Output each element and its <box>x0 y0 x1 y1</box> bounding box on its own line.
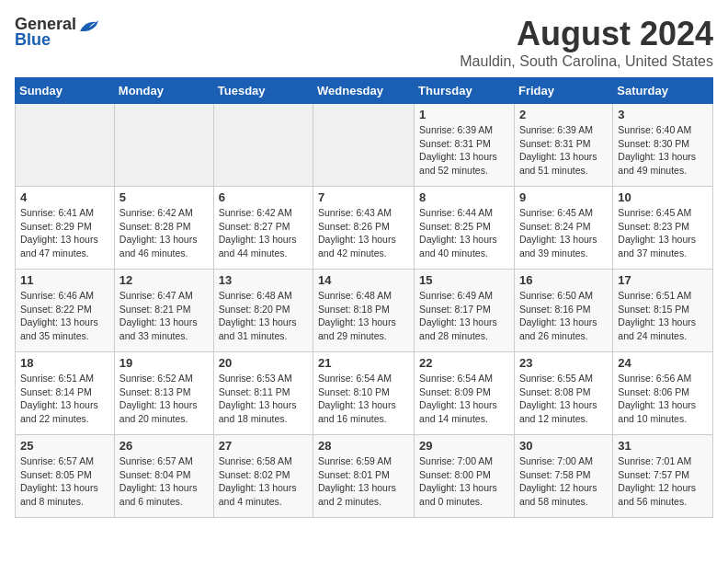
weekday-header: Monday <box>114 78 213 104</box>
calendar-cell: 9Sunrise: 6:45 AM Sunset: 8:24 PM Daylig… <box>514 187 612 270</box>
calendar-week-row: 11Sunrise: 6:46 AM Sunset: 8:22 PM Dayli… <box>16 270 713 352</box>
weekday-header: Tuesday <box>213 78 313 104</box>
day-number: 25 <box>20 439 109 453</box>
day-info: Sunrise: 6:45 AM Sunset: 8:23 PM Dayligh… <box>618 206 708 260</box>
calendar-cell: 7Sunrise: 6:43 AM Sunset: 8:26 PM Daylig… <box>313 187 415 270</box>
day-number: 18 <box>20 356 109 370</box>
day-number: 6 <box>219 190 308 204</box>
calendar-cell: 8Sunrise: 6:44 AM Sunset: 8:25 PM Daylig… <box>415 187 515 270</box>
day-info: Sunrise: 6:45 AM Sunset: 8:24 PM Dayligh… <box>519 206 608 260</box>
day-info: Sunrise: 6:42 AM Sunset: 8:27 PM Dayligh… <box>219 206 308 260</box>
calendar-cell: 5Sunrise: 6:42 AM Sunset: 8:28 PM Daylig… <box>114 187 213 270</box>
day-number: 12 <box>119 273 209 287</box>
day-info: Sunrise: 6:46 AM Sunset: 8:22 PM Dayligh… <box>20 289 109 343</box>
calendar-week-row: 1Sunrise: 6:39 AM Sunset: 8:31 PM Daylig… <box>16 104 713 187</box>
day-number: 5 <box>119 190 209 204</box>
calendar-cell: 20Sunrise: 6:53 AM Sunset: 8:11 PM Dayli… <box>213 352 313 435</box>
day-number: 24 <box>618 356 708 370</box>
weekday-header: Saturday <box>613 78 713 104</box>
day-info: Sunrise: 6:54 AM Sunset: 8:09 PM Dayligh… <box>419 372 509 426</box>
weekday-header: Sunday <box>16 78 115 104</box>
day-info: Sunrise: 6:57 AM Sunset: 8:04 PM Dayligh… <box>119 454 209 509</box>
calendar-week-row: 18Sunrise: 6:51 AM Sunset: 8:14 PM Dayli… <box>16 352 713 435</box>
calendar-cell: 23Sunrise: 6:55 AM Sunset: 8:08 PM Dayli… <box>514 352 612 435</box>
calendar-cell: 15Sunrise: 6:49 AM Sunset: 8:17 PM Dayli… <box>415 270 515 352</box>
day-number: 21 <box>318 356 409 370</box>
day-number: 13 <box>219 273 308 287</box>
day-number: 19 <box>119 356 209 370</box>
weekday-header: Thursday <box>415 78 515 104</box>
day-info: Sunrise: 6:58 AM Sunset: 8:02 PM Dayligh… <box>219 454 308 509</box>
calendar-table: SundayMondayTuesdayWednesdayThursdayFrid… <box>15 77 713 518</box>
calendar-cell: 14Sunrise: 6:48 AM Sunset: 8:18 PM Dayli… <box>313 270 415 352</box>
calendar-header-row: SundayMondayTuesdayWednesdayThursdayFrid… <box>16 78 713 104</box>
day-number: 2 <box>519 108 608 121</box>
month-year: August 2024 <box>460 15 713 53</box>
day-info: Sunrise: 6:43 AM Sunset: 8:26 PM Dayligh… <box>318 206 409 260</box>
logo-blue-text: Blue <box>15 30 51 50</box>
logo-bird-icon <box>78 18 98 33</box>
day-info: Sunrise: 7:00 AM Sunset: 8:00 PM Dayligh… <box>419 454 509 509</box>
calendar-cell: 26Sunrise: 6:57 AM Sunset: 8:04 PM Dayli… <box>114 435 213 518</box>
day-number: 23 <box>519 356 608 370</box>
calendar-cell: 4Sunrise: 6:41 AM Sunset: 8:29 PM Daylig… <box>16 187 115 270</box>
calendar-cell: 10Sunrise: 6:45 AM Sunset: 8:23 PM Dayli… <box>613 187 713 270</box>
day-info: Sunrise: 6:51 AM Sunset: 8:14 PM Dayligh… <box>20 372 109 426</box>
logo: General Blue <box>15 15 98 50</box>
calendar-cell: 29Sunrise: 7:00 AM Sunset: 8:00 PM Dayli… <box>415 435 515 518</box>
calendar-cell: 2Sunrise: 6:39 AM Sunset: 8:31 PM Daylig… <box>514 104 612 187</box>
day-info: Sunrise: 6:47 AM Sunset: 8:21 PM Dayligh… <box>119 289 209 343</box>
weekday-header: Wednesday <box>313 78 415 104</box>
calendar-cell: 28Sunrise: 6:59 AM Sunset: 8:01 PM Dayli… <box>313 435 415 518</box>
day-number: 29 <box>419 439 509 453</box>
day-number: 7 <box>318 190 409 204</box>
day-number: 28 <box>318 439 409 453</box>
calendar-cell: 18Sunrise: 6:51 AM Sunset: 8:14 PM Dayli… <box>16 352 115 435</box>
calendar-cell: 13Sunrise: 6:48 AM Sunset: 8:20 PM Dayli… <box>213 270 313 352</box>
calendar-cell: 12Sunrise: 6:47 AM Sunset: 8:21 PM Dayli… <box>114 270 213 352</box>
day-number: 8 <box>419 190 509 204</box>
calendar-cell: 3Sunrise: 6:40 AM Sunset: 8:30 PM Daylig… <box>613 104 713 187</box>
calendar-cell: 25Sunrise: 6:57 AM Sunset: 8:05 PM Dayli… <box>16 435 115 518</box>
calendar-cell: 17Sunrise: 6:51 AM Sunset: 8:15 PM Dayli… <box>613 270 713 352</box>
page-header: General Blue August 2024 Mauldin, South … <box>15 15 713 70</box>
calendar-cell: 30Sunrise: 7:00 AM Sunset: 7:58 PM Dayli… <box>514 435 612 518</box>
day-number: 22 <box>419 356 509 370</box>
calendar-cell <box>213 104 313 187</box>
weekday-header: Friday <box>514 78 612 104</box>
title-area: August 2024 Mauldin, South Carolina, Uni… <box>460 15 713 70</box>
calendar-week-row: 4Sunrise: 6:41 AM Sunset: 8:29 PM Daylig… <box>16 187 713 270</box>
day-info: Sunrise: 6:44 AM Sunset: 8:25 PM Dayligh… <box>419 206 509 260</box>
day-number: 27 <box>219 439 308 453</box>
location: Mauldin, South Carolina, United States <box>460 53 713 70</box>
day-info: Sunrise: 6:39 AM Sunset: 8:31 PM Dayligh… <box>519 123 608 178</box>
calendar-cell: 27Sunrise: 6:58 AM Sunset: 8:02 PM Dayli… <box>213 435 313 518</box>
day-info: Sunrise: 6:56 AM Sunset: 8:06 PM Dayligh… <box>618 372 708 426</box>
day-info: Sunrise: 6:42 AM Sunset: 8:28 PM Dayligh… <box>119 206 209 260</box>
calendar-week-row: 25Sunrise: 6:57 AM Sunset: 8:05 PM Dayli… <box>16 435 713 518</box>
day-number: 1 <box>419 108 509 121</box>
day-number: 11 <box>20 273 109 287</box>
day-info: Sunrise: 6:50 AM Sunset: 8:16 PM Dayligh… <box>519 289 608 343</box>
calendar-cell: 21Sunrise: 6:54 AM Sunset: 8:10 PM Dayli… <box>313 352 415 435</box>
day-info: Sunrise: 6:48 AM Sunset: 8:20 PM Dayligh… <box>219 289 308 343</box>
day-number: 9 <box>519 190 608 204</box>
day-info: Sunrise: 6:39 AM Sunset: 8:31 PM Dayligh… <box>419 123 509 178</box>
calendar-cell: 22Sunrise: 6:54 AM Sunset: 8:09 PM Dayli… <box>415 352 515 435</box>
calendar-cell: 31Sunrise: 7:01 AM Sunset: 7:57 PM Dayli… <box>613 435 713 518</box>
day-info: Sunrise: 6:55 AM Sunset: 8:08 PM Dayligh… <box>519 372 608 426</box>
calendar-cell: 1Sunrise: 6:39 AM Sunset: 8:31 PM Daylig… <box>415 104 515 187</box>
calendar-cell <box>313 104 415 187</box>
day-number: 10 <box>618 190 708 204</box>
calendar-cell: 16Sunrise: 6:50 AM Sunset: 8:16 PM Dayli… <box>514 270 612 352</box>
day-info: Sunrise: 7:00 AM Sunset: 7:58 PM Dayligh… <box>519 454 608 509</box>
day-info: Sunrise: 6:57 AM Sunset: 8:05 PM Dayligh… <box>20 454 109 509</box>
calendar-cell: 19Sunrise: 6:52 AM Sunset: 8:13 PM Dayli… <box>114 352 213 435</box>
day-info: Sunrise: 6:59 AM Sunset: 8:01 PM Dayligh… <box>318 454 409 509</box>
day-number: 26 <box>119 439 209 453</box>
day-info: Sunrise: 6:53 AM Sunset: 8:11 PM Dayligh… <box>219 372 308 426</box>
day-info: Sunrise: 6:54 AM Sunset: 8:10 PM Dayligh… <box>318 372 409 426</box>
calendar-cell <box>16 104 115 187</box>
day-number: 4 <box>20 190 109 204</box>
day-info: Sunrise: 6:51 AM Sunset: 8:15 PM Dayligh… <box>618 289 708 343</box>
